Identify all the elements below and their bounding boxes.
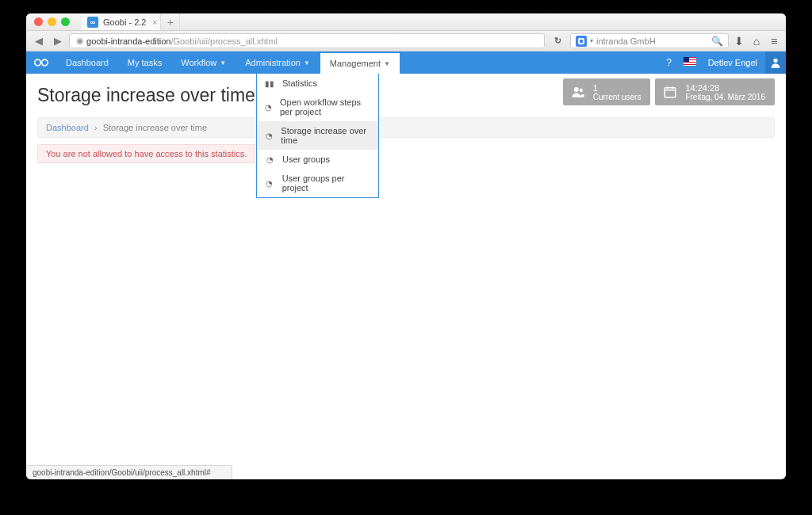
- home-icon[interactable]: ⌂: [749, 35, 764, 48]
- forward-button[interactable]: ▶: [50, 35, 66, 47]
- management-dropdown: ▮▮ Statistics ◔ Open workflow steps per …: [256, 74, 379, 198]
- address-bar[interactable]: ◉ goobi-intranda-edition/Goobi/uii/proce…: [69, 33, 545, 48]
- language-flag[interactable]: [680, 57, 700, 68]
- new-tab-button[interactable]: +: [161, 13, 180, 30]
- close-window-button[interactable]: [34, 17, 43, 26]
- back-button[interactable]: ◀: [31, 35, 47, 47]
- search-box[interactable]: ▾ intranda GmbH 🔍: [570, 33, 729, 48]
- info-cards: 1 Current users 14:24:28 Freitag, 04. Mä…: [563, 78, 775, 105]
- flag-icon: [684, 57, 696, 66]
- page-body: 1 Current users 14:24:28 Freitag, 04. Mä…: [26, 74, 786, 171]
- app-logo[interactable]: [26, 52, 56, 74]
- pie-icon: ◔: [265, 155, 274, 164]
- address-bar-row: ◀ ▶ ◉ goobi-intranda-edition/Goobi/uii/p…: [26, 31, 786, 52]
- pie-icon: ◔: [265, 179, 274, 188]
- tab-strip: ∞ Goobi - 2.2 × +: [81, 13, 180, 30]
- menu-icon[interactable]: ≡: [767, 35, 781, 48]
- card-current-users[interactable]: 1 Current users: [563, 78, 651, 105]
- svg-point-2: [773, 59, 777, 63]
- browser-tab[interactable]: ∞ Goobi - 2.2 ×: [81, 13, 161, 30]
- status-text: goobi-intranda-edition/Goobi/uii/process…: [33, 468, 211, 477]
- dropdown-item-user-groups-per-project[interactable]: ◔ User groups per project: [257, 169, 378, 197]
- reload-button[interactable]: ↻: [548, 36, 567, 46]
- error-alert: You are not allowed to have access to th…: [37, 144, 255, 163]
- dropdown-item-statistics[interactable]: ▮▮ Statistics: [257, 74, 378, 93]
- window-controls: [26, 17, 70, 26]
- date-value: Freitag, 04. März 2016: [685, 93, 765, 101]
- app-navbar: Dashboard My tasks Workflow▼ Administrat…: [26, 52, 786, 74]
- svg-point-4: [579, 89, 583, 93]
- nav-workflow[interactable]: Workflow▼: [171, 52, 236, 74]
- help-icon[interactable]: ?: [659, 57, 680, 68]
- close-tab-icon[interactable]: ×: [152, 17, 157, 27]
- dropdown-item-user-groups[interactable]: ◔ User groups: [257, 150, 378, 169]
- user-avatar-button[interactable]: [765, 52, 786, 74]
- svg-point-1: [42, 59, 48, 66]
- breadcrumb: Dashboard › Storage increase over time: [37, 117, 775, 138]
- breadcrumb-current: Storage increase over time: [103, 123, 207, 132]
- bar-chart-icon: ▮▮: [265, 79, 274, 88]
- minimize-window-button[interactable]: [48, 17, 56, 26]
- titlebar: ∞ Goobi - 2.2 × +: [26, 13, 786, 31]
- downloads-icon[interactable]: ⬇: [732, 35, 746, 48]
- svg-rect-5: [665, 88, 676, 97]
- search-engine-icon: [576, 36, 587, 47]
- pie-icon: ◔: [265, 132, 273, 140]
- url-path: /Goobi/uii/process_all.xhtml: [170, 36, 278, 46]
- breadcrumb-root[interactable]: Dashboard: [46, 123, 89, 132]
- globe-icon: ◉: [76, 36, 86, 46]
- nav-management[interactable]: Management▼: [320, 52, 400, 74]
- user-name[interactable]: Detlev Engel: [700, 58, 765, 67]
- breadcrumb-separator: ›: [91, 123, 101, 132]
- nav-administration[interactable]: Administration▼: [236, 52, 320, 74]
- tab-favicon: ∞: [87, 17, 98, 28]
- users-label: Current users: [593, 93, 642, 101]
- tab-title: Goobi - 2.2: [103, 17, 146, 27]
- dropdown-item-open-workflow-steps[interactable]: ◔ Open workflow steps per project: [257, 93, 378, 121]
- nav-dashboard[interactable]: Dashboard: [56, 52, 118, 74]
- nav-my-tasks[interactable]: My tasks: [118, 52, 171, 74]
- calendar-icon: [663, 85, 677, 99]
- card-datetime[interactable]: 14:24:28 Freitag, 04. März 2016: [655, 78, 775, 105]
- users-icon: [571, 85, 585, 99]
- pie-icon: ◔: [265, 103, 272, 112]
- chevron-down-icon: ▼: [220, 59, 226, 67]
- status-bar: goobi-intranda-edition/Goobi/uii/process…: [26, 465, 232, 479]
- svg-point-0: [35, 59, 41, 66]
- dropdown-item-storage-increase[interactable]: ◔ Storage increase over time: [257, 121, 378, 150]
- zoom-window-button[interactable]: [61, 17, 70, 26]
- svg-point-3: [574, 87, 579, 92]
- browser-window: ∞ Goobi - 2.2 × + ◀ ▶ ◉ goobi-intranda-e…: [26, 13, 786, 479]
- search-placeholder: intranda GmbH: [596, 36, 656, 46]
- time-value: 14:24:28: [685, 83, 765, 93]
- chevron-down-icon: ▼: [384, 60, 390, 67]
- users-count: 1: [593, 83, 642, 93]
- url-host: goobi-intranda-edition: [86, 36, 170, 46]
- viewport: Dashboard My tasks Workflow▼ Administrat…: [26, 52, 786, 465]
- search-icon[interactable]: 🔍: [711, 36, 723, 47]
- chevron-down-icon: ▼: [304, 59, 310, 67]
